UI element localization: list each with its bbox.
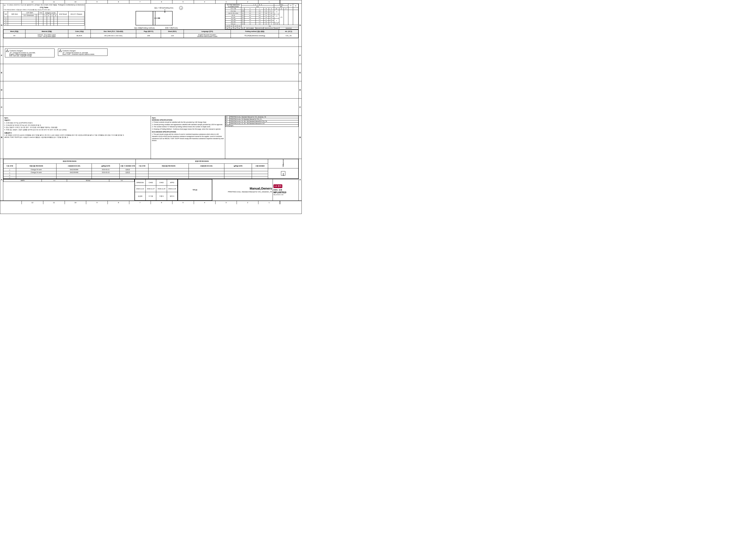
note-box-1: ! Contents changed -1P : Change the revi… [5, 48, 55, 57]
tol-jklmn-header: J K L M N [241, 4, 274, 6]
doc-note: 이 도면은 LG전자의 자산으로 법원유무시 관계법규 회사규정에 의해 처벌됨 [7, 4, 57, 6]
warning-triangle-1: ! [6, 49, 9, 52]
print-spec-02: 02 PRINTING A-ALL SJ, SK / SB Standard M… [226, 120, 298, 123]
tol-qty-row: Qty Qty Qty Qty No PART NUMBER DESCRIPTI… [226, 27, 298, 29]
print-spec-04-no: 04 [226, 116, 230, 118]
spec-right-panel: Spec. WORKING SPECIFICATIONS 1. Printed … [151, 116, 225, 159]
revision-row-3: △ [3, 174, 298, 176]
svg-text:전면 기준(Front): 전면 기준(Front) [165, 27, 177, 29]
tol-plusmm-header: ±mm [241, 6, 274, 8]
ctq-sub-minus: – [39, 14, 43, 17]
row-d: D D [0, 81, 302, 99]
working-item-2: 2. Overall prnning condition and appeara… [152, 124, 224, 126]
tol-k-header: K [245, 8, 256, 10]
row-c: C C [0, 99, 302, 116]
info-table: TITLE [178, 179, 212, 201]
work-val-etc: CIS_TA [279, 33, 298, 38]
print-spec-01: 01 PRINTING A-ALL SJ, SK / SB Standard M… [226, 123, 298, 125]
note-2-header: ! Contents changed [59, 49, 107, 52]
tol-j-header: J [241, 8, 244, 10]
appr-chkd2-label: CHKD [156, 179, 167, 186]
recycle-item-1: 1. 본 부품은 LG전자의 Level A-I 위해물질 관리기준을 필처서 … [4, 134, 149, 136]
bot-col-6: 6 [151, 201, 173, 204]
lg-logo-row: LG 전자 [274, 184, 298, 188]
rev-sym1-2: △ [3, 171, 16, 174]
work-table: Work (작업) Material (재질) Color (색상) Size:… [3, 30, 298, 38]
revision-row-4: △ [3, 176, 298, 179]
fold-line-label: 접는 기준선(Folding line) [154, 7, 173, 9]
work-header-etc: etc. (비고) [279, 30, 298, 33]
corner-bl [0, 201, 22, 204]
note-1-item-3: EAC mark add, Copyright change [9, 55, 54, 56]
bot-col-1: 1 [258, 201, 280, 204]
eco-item-1: 1. This part should comply with the crit… [152, 133, 224, 142]
appr-appd-date: 2018-11-29 [167, 186, 177, 192]
spec-container: Spec. 작업주기 1. 인쇄내용은 연구실 승인FILM에 준 할 것. 2… [3, 116, 298, 159]
tol-min-header: MIN [274, 6, 288, 8]
svg-text:접는 방법(Folding method): 접는 방법(Folding method) [134, 27, 154, 29]
ctq-col-result: 판정 Result [57, 12, 68, 17]
title-block: UNITS mm SCALE N/S DRW/DSN CHKD CHKD [3, 179, 298, 201]
rev-h-rev1: 개정내용 REVISION [16, 164, 56, 168]
appr-drw-date: 2018-11-22 [135, 186, 146, 192]
row-f: F ! Contents changed -1P : Change the re… [0, 47, 302, 64]
title-sub-text: PRINTING A-ALL Standard Manual for CIS_U… [213, 191, 272, 193]
appr-drw-name: 김금희 [135, 192, 146, 201]
rev-sign1-1: 정현준 [120, 168, 136, 171]
col-5: 5 [173, 0, 194, 3]
row-d-content [3, 81, 298, 98]
tol-5-header: 5° [284, 8, 288, 10]
row-b: B Spec. 작업주기 1. 인쇄내용은 연구실 승인FILM에 준 할 것.… [0, 116, 302, 159]
row-label-c-right: C [298, 99, 302, 116]
rev-h-date1: 날짜일 DATE [92, 164, 120, 168]
ctq-sub-3: 3 [43, 14, 47, 17]
appr-appd-label: APPD [167, 179, 177, 186]
rev-approval-header: 서명 Approval [268, 159, 298, 168]
work-header-sheet: Sheet (매수) [161, 30, 184, 33]
spec-left-title: Spec. [4, 117, 149, 119]
ctq-row-1: 1 [4, 17, 85, 19]
appr-chkd1-label: CHKD [146, 179, 156, 186]
corner-br [280, 201, 302, 204]
ctq-row-2: 2 [4, 19, 85, 21]
row-g-content: 12 이 도면은 LG전자의 자산으로 법원유무시 관계법규 회사규정에 의해 … [3, 4, 298, 46]
title-block-left: UNITS mm SCALE N/S [3, 179, 135, 201]
row-label-e-left: E [0, 64, 3, 81]
work-header-language: Language (언어) [184, 30, 231, 33]
spec-left-item-1: 1. 인쇄내용은 연구실 승인FILM에 준 할 것. [4, 122, 149, 124]
units-label: UNITS [3, 179, 42, 182]
note-2-body: -1P : Change the revision no. and date -… [62, 52, 107, 55]
note-1-item-1: -1P : Change the revision no. and date, [9, 52, 54, 53]
ctq-row-4: 4 [4, 23, 85, 26]
work-val-work: 04 [3, 33, 25, 38]
appr-chkd2-date: 2018-11-29 [156, 186, 167, 192]
rev-sym2-1 [136, 168, 148, 171]
print-spec-02-desc: PRINTING A-ALL SJ, SK / SB Standard Manu… [230, 120, 298, 123]
row-label-d-left: D [0, 81, 3, 98]
folding-diagram-section: 접는 기준선(Folding line) ① [85, 4, 225, 29]
print-spec-02-no: 02 [226, 120, 230, 123]
print-spec-01-desc: PRINTING A-ALL SJ, SK / SB Standard Manu… [230, 123, 298, 125]
work-val-language: English+Russian+Kazakh+ Ukrainian+Beloru… [184, 33, 231, 38]
ctq-row-3: 3 [4, 21, 85, 23]
tol-1x-header: 1치 [288, 4, 293, 8]
printing-specs-table: 04 PRINTING A-ALL Standard Manual for CI… [225, 116, 298, 127]
rev-h-sign2: 서명 SIGNED [252, 164, 268, 168]
recycle-title: 친환경주기 [4, 132, 149, 134]
print-spec-work-label: Work [226, 125, 230, 127]
rev-date2-1 [224, 168, 252, 171]
rev-eco1-2: EAZ/J00498 [56, 171, 92, 174]
row-label-b-right: B [298, 116, 302, 159]
row-b-content: Spec. 작업주기 1. 인쇄내용은 연구실 승인FILM에 준 할 것. 2… [3, 116, 298, 159]
print-spec-04-desc: PRINTING A-ALL Standard Manual for CIS_U… [230, 116, 298, 118]
ctq-col-sigma: Z(Sigma Level) [43, 12, 58, 14]
ctq-col-spec: 상세 Spec. [21, 12, 39, 14]
ctq-note: CTQ Table은 현재의 수준을 알기 위해서 CTQ 정보를 항상 보안 … [4, 9, 85, 11]
note-2-item-1: -1P : Change the revision no. and date [62, 52, 107, 53]
appr-chkd1-name: 이가람 [146, 192, 156, 201]
col-10: 10 [65, 0, 86, 3]
spec-left-item-4: 4. 무릇 접는 방법의 그림의 실물을 경우에 상선으로 표시한 면이 제 1… [4, 129, 149, 131]
row-a-content: 변경이력 REVISION 변경이력 REVISION 서명 Approval … [3, 159, 298, 201]
bot-col-5: 5 [173, 201, 194, 204]
note-2-title: Contents changed [63, 50, 76, 52]
